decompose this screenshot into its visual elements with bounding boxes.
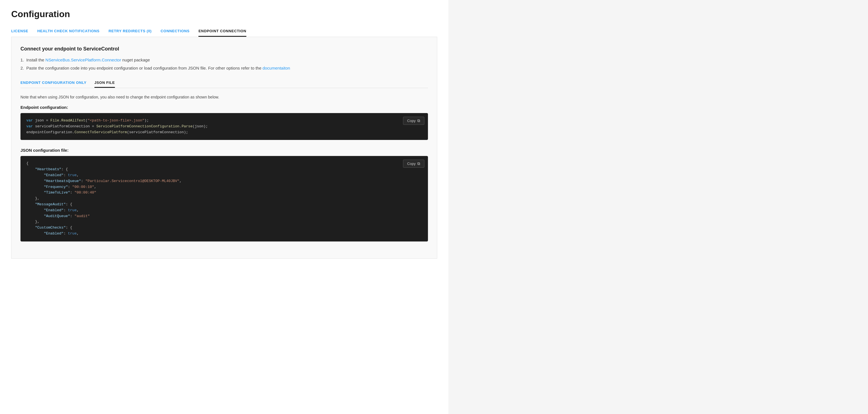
tab-license[interactable]: LICENSE	[11, 26, 28, 37]
json-code: { "Heartbeats": { "Enabled": true, "Hear…	[26, 161, 422, 236]
section-title: Connect your endpoint to ServiceControl	[21, 46, 428, 52]
copy-icon-1: ⧉	[417, 118, 420, 123]
tab-retry-redirects[interactable]: RETRY REDIRECTS (0)	[108, 26, 152, 37]
endpoint-code: var json = File.ReadAllText("<path-to-js…	[26, 118, 422, 135]
json-code-block: { "Heartbeats": { "Enabled": true, "Hear…	[21, 156, 428, 241]
tab-endpoint-connection[interactable]: ENDPOINT CONNECTION	[198, 26, 246, 37]
step-1-text-after: nuget package	[121, 58, 150, 62]
step-1-number: 1.	[21, 58, 24, 62]
steps-list: 1. Install the NServiceBus.ServicePlatfo…	[21, 58, 428, 70]
endpoint-config-label: Endpoint configuration:	[21, 105, 428, 110]
copy-button-2[interactable]: Copy ⧉	[403, 159, 424, 168]
page-title: Configuration	[11, 9, 437, 19]
step-1: 1. Install the NServiceBus.ServicePlatfo…	[21, 58, 428, 62]
step-1-link[interactable]: NServiceBus.ServicePlatform.Connector	[45, 58, 121, 62]
step-1-text-before: Install the	[26, 58, 45, 62]
step-2-text-before: Paste the configuration code into you en…	[26, 66, 262, 70]
endpoint-code-block: var json = File.ReadAllText("<path-to-js…	[21, 113, 428, 140]
copy-label-2: Copy	[407, 161, 416, 166]
sub-tab-json-file[interactable]: JSON FILE	[94, 78, 115, 88]
json-config-label: JSON configuration file:	[21, 148, 428, 153]
step-2: 2. Paste the configuration code into you…	[21, 66, 428, 70]
copy-icon-2: ⧉	[417, 161, 420, 166]
main-tabs: LICENSE HEALTH CHECK NOTIFICATIONS RETRY…	[11, 26, 437, 37]
sub-tab-endpoint-config-only[interactable]: ENDPOINT CONFIGURATION ONLY	[21, 78, 87, 88]
tab-health-check[interactable]: HEALTH CHECK NOTIFICATIONS	[37, 26, 99, 37]
tab-connections[interactable]: CONNECTIONS	[161, 26, 189, 37]
tab-content-endpoint-connection: Connect your endpoint to ServiceControl …	[11, 37, 437, 259]
copy-label-1: Copy	[407, 119, 416, 123]
json-note: Note that when using JSON for configurat…	[21, 95, 428, 99]
step-2-link[interactable]: documentaiton	[262, 66, 290, 70]
step-2-number: 2.	[21, 66, 24, 70]
copy-button-1[interactable]: Copy ⧉	[403, 117, 424, 125]
sub-tabs: ENDPOINT CONFIGURATION ONLY JSON FILE	[21, 78, 428, 88]
